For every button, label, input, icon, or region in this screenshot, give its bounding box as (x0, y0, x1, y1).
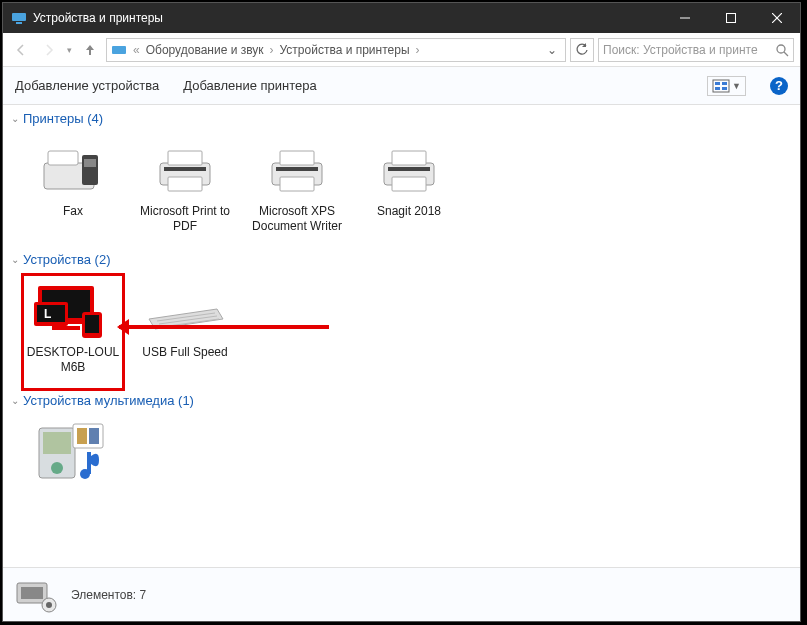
svg-rect-10 (715, 82, 720, 85)
device-item[interactable]: Microsoft Print to PDF (129, 136, 241, 238)
svg-text:L: L (44, 307, 51, 321)
chevron-down-icon: ▼ (732, 81, 741, 91)
device-label: Microsoft Print to PDF (133, 204, 237, 234)
svg-rect-21 (164, 167, 206, 171)
chevron-right-icon[interactable]: › (268, 43, 276, 57)
group-header[interactable]: ⌄Принтеры (4) (3, 105, 800, 128)
add-device-button[interactable]: Добавление устройства (15, 78, 159, 93)
group-title: Устройства (2) (23, 252, 111, 267)
view-icon (712, 79, 730, 93)
svg-rect-29 (388, 167, 430, 171)
computer-red-icon: L (28, 281, 118, 341)
svg-rect-9 (713, 80, 729, 92)
status-count: Элементов: 7 (71, 588, 146, 602)
svg-line-8 (784, 52, 788, 56)
content-area: ⌄Принтеры (4)FaxMicrosoft Print to PDFMi… (3, 105, 800, 567)
maximize-button[interactable] (708, 3, 754, 33)
svg-rect-0 (12, 13, 26, 21)
group-items: LDESKTOP-LOUL M6BUSB Full Speed (3, 269, 800, 387)
view-options-button[interactable]: ▼ (707, 76, 746, 96)
svg-rect-43 (43, 432, 71, 454)
svg-rect-23 (280, 151, 314, 165)
control-panel-icon (111, 42, 127, 58)
device-item[interactable]: Fax (17, 136, 129, 238)
device-label: Snagit 2018 (377, 204, 441, 219)
device-label: Fax (63, 204, 83, 219)
fax-icon (28, 140, 118, 200)
svg-rect-17 (84, 159, 96, 167)
svg-rect-13 (722, 87, 727, 90)
app-icon (11, 10, 27, 26)
svg-point-44 (51, 462, 63, 474)
printer-icon (364, 140, 454, 200)
svg-rect-47 (89, 428, 99, 444)
help-button[interactable]: ? (770, 77, 788, 95)
svg-rect-3 (727, 14, 736, 23)
chevron-down-icon: ⌄ (11, 113, 19, 124)
svg-point-7 (777, 45, 785, 53)
media-device-icon (28, 422, 118, 482)
group-items: FaxMicrosoft Print to PDFMicrosoft XPS D… (3, 128, 800, 246)
svg-rect-37 (85, 315, 99, 333)
svg-rect-51 (21, 587, 43, 599)
annotation-arrow (119, 325, 329, 329)
close-button[interactable] (754, 3, 800, 33)
device-item[interactable]: Microsoft XPS Document Writer (241, 136, 353, 238)
search-input[interactable] (603, 43, 775, 57)
svg-rect-28 (392, 177, 426, 191)
up-button[interactable] (78, 38, 102, 62)
group-header[interactable]: ⌄Устройства мультимедиа (1) (3, 387, 800, 410)
forward-button[interactable] (37, 38, 61, 62)
svg-rect-24 (280, 177, 314, 191)
group-title: Устройства мультимедиа (1) (23, 393, 194, 408)
svg-rect-6 (112, 46, 126, 54)
chevron-down-icon: ⌄ (11, 254, 19, 265)
svg-rect-46 (77, 428, 87, 444)
status-icon (13, 575, 61, 615)
add-printer-button[interactable]: Добавление принтера (183, 78, 316, 93)
refresh-button[interactable] (570, 38, 594, 62)
svg-rect-20 (168, 177, 202, 191)
back-button[interactable] (9, 38, 33, 62)
group-items (3, 410, 800, 498)
svg-rect-12 (715, 87, 720, 90)
svg-rect-1 (16, 22, 22, 24)
search-icon[interactable] (775, 43, 789, 57)
printer-icon (140, 140, 230, 200)
device-label: USB Full Speed (142, 345, 227, 360)
recent-dropdown-icon[interactable]: ▾ (65, 45, 74, 55)
svg-rect-19 (168, 151, 202, 165)
svg-rect-27 (392, 151, 426, 165)
svg-rect-15 (48, 151, 78, 165)
svg-rect-11 (722, 82, 727, 85)
device-item[interactable]: Snagit 2018 (353, 136, 465, 238)
toolbar: Добавление устройства Добавление принтер… (3, 67, 800, 105)
keyboard-icon (140, 281, 230, 341)
window-title: Устройства и принтеры (33, 11, 662, 25)
window: Устройства и принтеры ▾ « Оборудование и… (2, 2, 801, 622)
breadcrumb-item[interactable]: Оборудование и звук (142, 43, 268, 57)
minimize-button[interactable] (662, 3, 708, 33)
svg-rect-25 (276, 167, 318, 171)
breadcrumb-item[interactable]: Устройства и принтеры (276, 43, 414, 57)
breadcrumb[interactable]: « Оборудование и звук › Устройства и при… (106, 38, 566, 62)
search-box[interactable] (598, 38, 794, 62)
chevron-right-icon[interactable]: › (414, 43, 422, 57)
titlebar: Устройства и принтеры (3, 3, 800, 33)
address-bar: ▾ « Оборудование и звук › Устройства и п… (3, 33, 800, 67)
printer-icon (252, 140, 342, 200)
device-label: Microsoft XPS Document Writer (245, 204, 349, 234)
svg-point-53 (46, 602, 52, 608)
group-title: Принтеры (4) (23, 111, 103, 126)
group-header[interactable]: ⌄Устройства (2) (3, 246, 800, 269)
device-item[interactable] (17, 418, 129, 490)
chevron-right-icon[interactable]: « (131, 43, 142, 57)
svg-point-49 (80, 469, 90, 479)
breadcrumb-dropdown-icon[interactable]: ⌄ (543, 43, 561, 57)
status-bar: Элементов: 7 (3, 567, 800, 621)
chevron-down-icon: ⌄ (11, 395, 19, 406)
svg-rect-32 (52, 326, 80, 330)
device-label: DESKTOP-LOUL M6B (21, 345, 125, 375)
